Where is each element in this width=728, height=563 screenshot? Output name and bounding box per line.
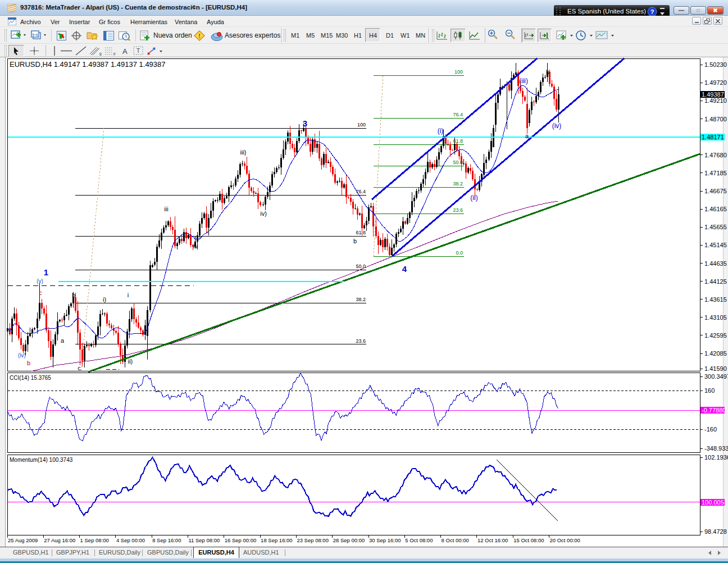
svg-text:5 Oct 08:00: 5 Oct 08:00 — [405, 537, 433, 543]
svg-text:a: a — [61, 337, 65, 344]
svg-text:23.6: 23.6 — [356, 338, 366, 344]
svg-text:11 Sep 08:00: 11 Sep 08:00 — [189, 537, 220, 543]
svg-text:98.4728: 98.4728 — [704, 528, 727, 535]
svg-text:T: T — [136, 48, 140, 54]
svg-text:100: 100 — [357, 122, 366, 128]
svg-text:1.43105: 1.43105 — [704, 314, 727, 321]
svg-text:61.8: 61.8 — [453, 138, 463, 144]
svg-text:61.8: 61.8 — [356, 230, 366, 235]
svg-text:76.4: 76.4 — [356, 189, 366, 194]
svg-text:c: c — [78, 365, 81, 371]
svg-text:b: b — [27, 360, 30, 366]
svg-text:1.47680: 1.47680 — [704, 152, 727, 158]
svg-text:-160: -160 — [704, 426, 717, 433]
svg-text:50.0: 50.0 — [356, 264, 366, 269]
svg-text:8 Oct 00:00: 8 Oct 00:00 — [442, 537, 469, 543]
svg-text:1.42085: 1.42085 — [704, 350, 727, 357]
svg-text:i: i — [128, 292, 129, 298]
svg-text:16 Sep 00:00: 16 Sep 00:00 — [225, 537, 257, 543]
svg-text:(ii): (ii) — [470, 194, 477, 202]
svg-text:1 Sep 08:00: 1 Sep 08:00 — [80, 537, 109, 543]
svg-text:1.44125: 1.44125 — [704, 278, 727, 285]
svg-text:23 Sep 08:00: 23 Sep 08:00 — [297, 537, 329, 543]
svg-text:?: ? — [650, 8, 654, 15]
svg-text:1.49720: 1.49720 — [704, 79, 727, 86]
svg-text:-0.77880: -0.77880 — [702, 407, 726, 414]
svg-text:iv: iv — [193, 243, 198, 249]
svg-text:23.6: 23.6 — [453, 207, 463, 213]
svg-text:b: b — [72, 292, 75, 298]
svg-text:20 Oct 00:00: 20 Oct 00:00 — [550, 537, 580, 543]
svg-text:1.46675: 1.46675 — [704, 188, 727, 194]
svg-text:iv): iv) — [260, 210, 267, 217]
svg-text:(v): (v) — [37, 278, 43, 284]
svg-text:3: 3 — [303, 119, 307, 128]
svg-text:300.3497: 300.3497 — [704, 373, 728, 380]
svg-text:-348.933: -348.933 — [704, 445, 728, 452]
svg-text:76.4: 76.4 — [453, 112, 463, 117]
svg-text:4 Sep 00:00: 4 Sep 00:00 — [116, 537, 145, 543]
svg-text:iii: iii — [164, 206, 168, 212]
svg-text:Momentum(14) 100.3743: Momentum(14) 100.3743 — [10, 457, 73, 463]
svg-text:i): i) — [103, 296, 106, 303]
svg-text:EURUSD,H4 1.49147 1.49387 1.4: EURUSD,H4 1.49147 1.49387 1.49137 1.4938… — [10, 60, 166, 69]
svg-text:1.49387: 1.49387 — [702, 91, 724, 98]
svg-text:CCI(14) 15.3765: CCI(14) 15.3765 — [10, 375, 51, 381]
svg-text:(iv): (iv) — [552, 122, 562, 130]
svg-text:a: a — [525, 133, 529, 139]
svg-text:102.1936: 102.1936 — [704, 454, 728, 461]
svg-text:1.43615: 1.43615 — [704, 296, 727, 303]
svg-text:1.48700: 1.48700 — [704, 116, 727, 122]
svg-text:1.41590: 1.41590 — [704, 365, 727, 372]
svg-text:8 Sep 16:00: 8 Sep 16:00 — [152, 537, 181, 543]
svg-text:38.2: 38.2 — [356, 297, 366, 302]
svg-text:!: ! — [198, 33, 201, 39]
svg-text:(iv): (iv) — [18, 352, 26, 358]
svg-text:27 Aug 16:00: 27 Aug 16:00 — [44, 537, 75, 543]
svg-text:1.49210: 1.49210 — [704, 97, 727, 104]
svg-text:38.2: 38.2 — [453, 181, 463, 187]
svg-text:1.47185: 1.47185 — [704, 170, 727, 176]
svg-text:1.48171: 1.48171 — [702, 134, 724, 140]
svg-text:1.45145: 1.45145 — [704, 242, 727, 248]
svg-text:28 Sep 00:00: 28 Sep 00:00 — [333, 537, 365, 543]
svg-text:1.46165: 1.46165 — [704, 206, 727, 212]
svg-text:15 Oct 08:00: 15 Oct 08:00 — [513, 537, 544, 543]
svg-text:b: b — [546, 69, 549, 75]
svg-text:100: 100 — [454, 69, 463, 75]
svg-text:b: b — [353, 238, 357, 244]
svg-text:160: 160 — [704, 387, 715, 394]
svg-text:E: E — [99, 52, 102, 56]
svg-text:iii): iii) — [240, 149, 247, 156]
svg-text:0.0: 0.0 — [456, 250, 463, 256]
svg-text:1.50230: 1.50230 — [704, 61, 727, 68]
svg-text:100.005: 100.005 — [702, 499, 724, 506]
svg-text:1: 1 — [44, 267, 48, 277]
svg-text:12 Oct 16:00: 12 Oct 16:00 — [477, 537, 508, 543]
svg-text:F: F — [113, 52, 116, 56]
svg-text:18 Sep 16:00: 18 Sep 16:00 — [261, 537, 293, 543]
svg-text:ii): ii) — [128, 358, 133, 365]
svg-text:4: 4 — [402, 264, 407, 274]
svg-text:c: c — [39, 289, 42, 296]
svg-text:1.45655: 1.45655 — [704, 224, 727, 230]
svg-text:(iii): (iii) — [519, 77, 528, 85]
svg-text:30 Sep 16:00: 30 Sep 16:00 — [369, 537, 401, 543]
svg-text:1.44635: 1.44635 — [704, 260, 727, 267]
svg-text:1.42595: 1.42595 — [704, 332, 727, 339]
svg-text:25 Aug 2009: 25 Aug 2009 — [8, 537, 38, 543]
svg-text:(i): (i) — [438, 127, 444, 135]
